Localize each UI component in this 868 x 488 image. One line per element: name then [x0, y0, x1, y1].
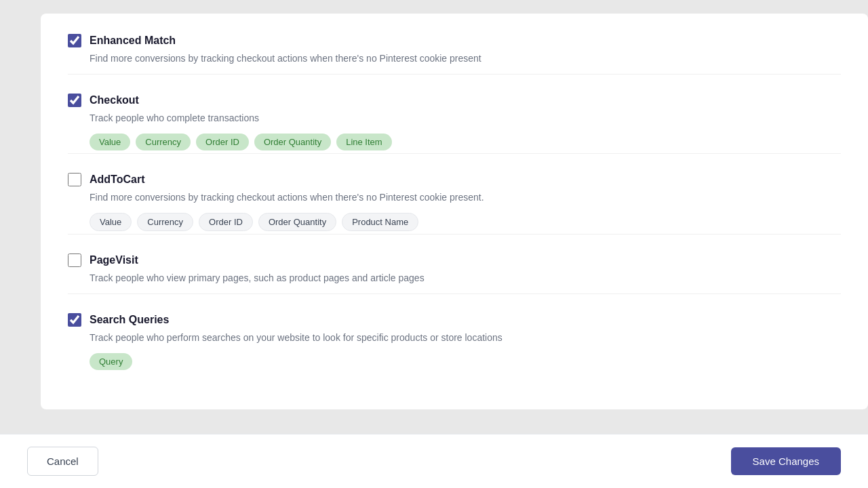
tag-order-quantity: Order Quantity [254, 134, 331, 150]
section-divider [68, 74, 841, 75]
section-description-page-visit: Track people who view primary pages, suc… [90, 271, 841, 285]
section-enhanced-match: Enhanced MatchFind more conversions by t… [68, 34, 841, 75]
section-header-add-to-cart: AddToCart [68, 173, 841, 186]
section-header-checkout: Checkout [68, 94, 841, 107]
section-page-visit: PageVisitTrack people who view primary p… [68, 253, 841, 294]
footer: Cancel Save Changes [0, 434, 868, 488]
tag-order-id: Order ID [199, 213, 253, 231]
checkbox-wrapper-page-visit [68, 253, 81, 267]
tags-row-checkout: ValueCurrencyOrder IDOrder QuantityLine … [90, 134, 841, 150]
tag-value: Value [90, 213, 132, 231]
section-divider [68, 234, 841, 235]
checkbox-wrapper-add-to-cart [68, 173, 81, 186]
tag-currency: Currency [136, 134, 191, 150]
section-title-add-to-cart: AddToCart [90, 174, 144, 186]
section-description-search-queries: Track people who perform searches on you… [90, 331, 841, 345]
checkbox-search-queries[interactable] [68, 313, 81, 327]
section-title-page-visit: PageVisit [90, 254, 138, 266]
tag-line-item: Line Item [336, 134, 391, 150]
cancel-button[interactable]: Cancel [27, 447, 98, 476]
section-checkout: CheckoutTrack people who complete transa… [68, 94, 841, 154]
section-description-enhanced-match: Find more conversions by tracking checko… [90, 52, 841, 66]
section-title-checkout: Checkout [90, 94, 139, 106]
section-header-enhanced-match: Enhanced Match [68, 34, 841, 47]
tag-product-name: Product Name [342, 213, 418, 231]
section-description-checkout: Track people who complete transactions [90, 111, 841, 125]
save-changes-button[interactable]: Save Changes [731, 447, 841, 475]
tag-value: Value [90, 134, 130, 150]
section-description-add-to-cart: Find more conversions by tracking checko… [90, 190, 841, 205]
section-divider [68, 293, 841, 294]
main-card: Enhanced MatchFind more conversions by t… [41, 14, 868, 409]
tags-row-add-to-cart: ValueCurrencyOrder IDOrder QuantityProdu… [90, 213, 841, 231]
checkbox-page-visit[interactable] [68, 253, 81, 267]
section-header-page-visit: PageVisit [68, 253, 841, 267]
checkbox-add-to-cart[interactable] [68, 173, 81, 186]
checkbox-wrapper-search-queries [68, 313, 81, 327]
section-header-search-queries: Search Queries [68, 313, 841, 327]
tag-currency: Currency [137, 213, 193, 231]
checkbox-wrapper-enhanced-match [68, 34, 81, 47]
tag-query: Query [90, 353, 132, 370]
tag-order-id: Order ID [196, 134, 249, 150]
section-add-to-cart: AddToCartFind more conversions by tracki… [68, 173, 841, 235]
tags-row-search-queries: Query [90, 353, 841, 370]
checkbox-wrapper-checkout [68, 94, 81, 107]
section-divider [68, 153, 841, 154]
tag-order-quantity: Order Quantity [258, 213, 336, 231]
checkbox-checkout[interactable] [68, 94, 81, 107]
section-search-queries: Search QueriesTrack people who perform s… [68, 313, 841, 370]
section-title-enhanced-match: Enhanced Match [90, 35, 176, 47]
checkbox-enhanced-match[interactable] [68, 34, 81, 47]
section-title-search-queries: Search Queries [90, 314, 169, 326]
